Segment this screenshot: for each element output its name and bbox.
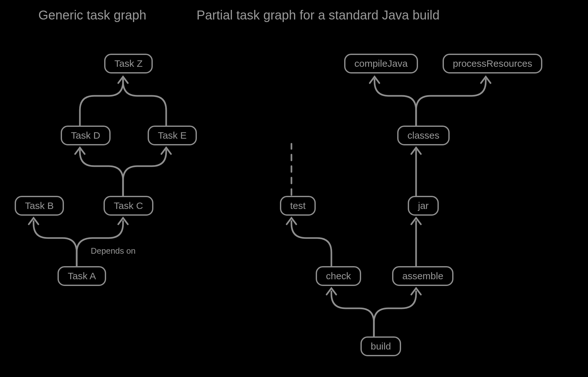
edge-classes-to-processresources [416,79,486,125]
node-test: test [280,196,316,216]
arrowhead-compilejava [370,77,379,83]
edge-d-to-z [80,79,123,126]
arrowhead-d [75,148,85,154]
arrowhead-processresources [481,77,491,83]
node-task-b: Task B [15,196,64,216]
label-depends-on: Depends on [91,246,135,256]
edge-classes-to-compilejava [375,79,416,125]
edge-e-to-z [123,79,166,126]
edge-a-to-b [34,221,77,266]
arrowhead-z [118,77,128,83]
node-classes: classes [397,126,450,145]
arrowhead-assemble [411,288,421,295]
node-processresources: processResources [443,54,542,73]
node-build: build [360,336,401,356]
node-task-z: Task Z [104,54,153,73]
title-right: Partial task graph for a standard Java b… [197,8,439,22]
edge-c-to-e [123,150,166,196]
arrowhead-classes [411,148,421,154]
arrowhead-e [161,148,171,154]
arrowhead-jar [411,218,421,224]
node-task-e: Task E [148,126,197,145]
node-assemble: assemble [392,266,453,286]
node-task-c: Task C [104,196,153,216]
arrowhead-test [287,218,296,224]
node-jar: jar [408,196,439,216]
node-check: check [316,266,361,286]
arrowhead-b [29,218,38,224]
title-left: Generic task graph [38,8,146,22]
edge-a-to-c [77,221,123,266]
edge-check-to-test [291,221,331,266]
arrowhead-c [118,218,128,224]
node-compilejava: compileJava [344,54,418,73]
node-task-d: Task D [61,126,111,145]
edge-build-to-check [331,291,374,336]
edge-build-to-assemble [374,291,416,336]
arrowhead-check [327,288,336,295]
edge-c-to-d [80,150,123,196]
node-task-a: Task A [58,266,106,286]
